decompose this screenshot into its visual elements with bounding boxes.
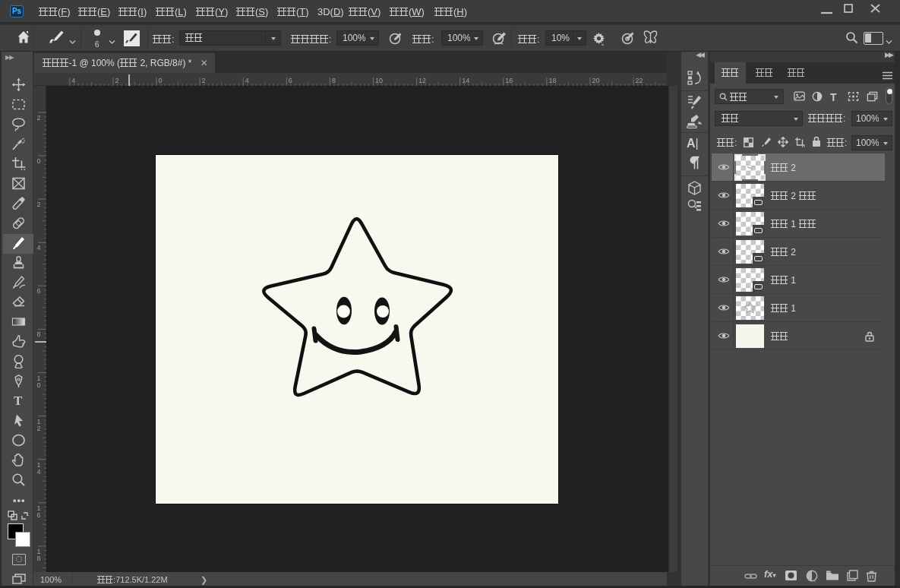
svg-text:8: 8	[37, 555, 41, 562]
svg-text:10: 10	[375, 77, 383, 84]
svg-text:0: 0	[159, 77, 163, 84]
svg-text:2: 2	[37, 201, 41, 208]
svg-text:6: 6	[289, 77, 292, 84]
svg-text:4: 4	[37, 244, 41, 251]
svg-text:22: 22	[636, 77, 643, 84]
svg-text:12: 12	[418, 77, 426, 84]
svg-text:8: 8	[37, 330, 41, 338]
svg-text:4: 4	[71, 77, 75, 84]
svg-text:2: 2	[37, 114, 41, 122]
svg-text:0: 0	[37, 157, 41, 165]
svg-text:T: T	[14, 394, 23, 408]
svg-text:4: 4	[245, 77, 249, 84]
svg-text:2: 2	[37, 425, 41, 432]
svg-text:0: 0	[37, 381, 41, 389]
svg-text:2: 2	[202, 77, 206, 84]
svg-text:6: 6	[37, 511, 41, 519]
svg-text:8: 8	[332, 77, 336, 84]
svg-text:16: 16	[505, 77, 513, 84]
svg-text:6: 6	[37, 287, 41, 295]
svg-text:14: 14	[462, 77, 469, 84]
svg-text:4: 4	[37, 468, 41, 476]
svg-text:20: 20	[592, 77, 600, 84]
svg-text:18: 18	[548, 77, 556, 84]
svg-text:2: 2	[115, 77, 118, 84]
